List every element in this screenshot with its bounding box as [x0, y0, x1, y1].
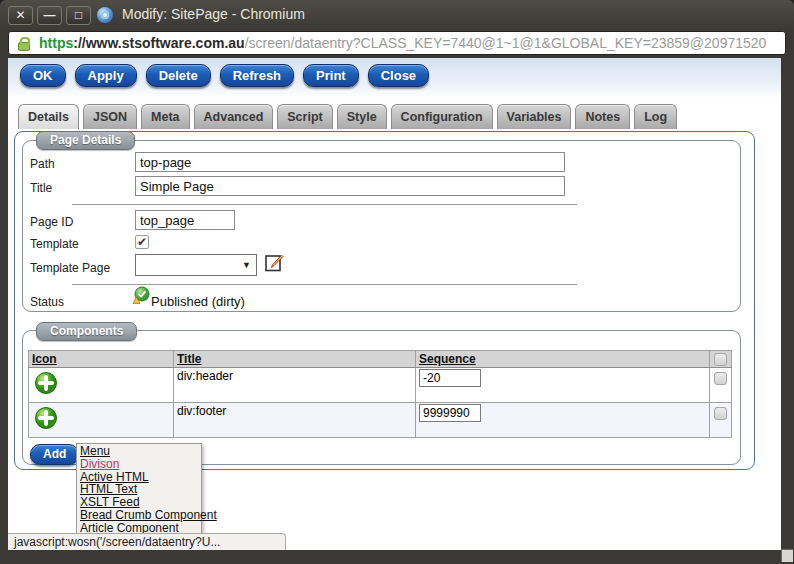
- resize-grip[interactable]: [781, 549, 793, 562]
- chromium-icon: [97, 7, 113, 23]
- window-minimize-button[interactable]: —: [37, 6, 62, 25]
- tab-advanced[interactable]: Advanced: [194, 104, 274, 129]
- window-close-button[interactable]: ✕: [8, 6, 33, 25]
- template-label: Template: [30, 237, 79, 251]
- titlebar: ✕ — □ Modify: SitePage - Chromium: [0, 0, 794, 30]
- print-button[interactable]: Print: [303, 64, 359, 87]
- menu-item-divison[interactable]: Divison: [77, 458, 201, 471]
- url-path: /screen/dataentry?CLASS_KEY=7440@1~1@1&G…: [245, 35, 767, 51]
- tab-json[interactable]: JSON: [83, 104, 137, 129]
- apply-button[interactable]: Apply: [75, 64, 137, 87]
- action-toolbar: OK Apply Delete Refresh Print Close: [20, 64, 429, 87]
- url-text: https://www.stsoftware.com.au/screen/dat…: [39, 35, 766, 51]
- page-details-legend: Page Details: [36, 131, 135, 150]
- separator: [72, 204, 577, 205]
- address-bar-row: https://www.stsoftware.com.au/screen/dat…: [0, 30, 794, 58]
- menu-item-menu[interactable]: Menu: [77, 445, 201, 458]
- title-input[interactable]: [135, 176, 565, 196]
- tab-script[interactable]: Script: [277, 104, 332, 129]
- page-id-label: Page ID: [30, 215, 73, 229]
- add-component-icon[interactable]: [34, 406, 170, 430]
- title-column-header[interactable]: Title: [177, 352, 201, 366]
- tab-bar: Details JSON Meta Advanced Script Style …: [18, 104, 677, 129]
- path-label: Path: [30, 157, 55, 171]
- published-status-icon: [132, 286, 151, 305]
- page-content: OK Apply Delete Refresh Print Close Deta…: [8, 58, 781, 550]
- icon-column-header[interactable]: Icon: [32, 352, 57, 366]
- template-checkbox[interactable]: ✔: [135, 235, 149, 249]
- template-page-select[interactable]: ▼: [135, 254, 257, 276]
- window-maximize-button[interactable]: □: [66, 6, 91, 25]
- tab-meta[interactable]: Meta: [141, 104, 189, 129]
- select-all-checkbox[interactable]: [714, 353, 727, 366]
- tab-notes[interactable]: Notes: [575, 104, 630, 129]
- components-table: Icon Title Sequence div:header: [28, 350, 732, 438]
- add-button[interactable]: Add: [30, 444, 79, 465]
- sequence-input[interactable]: [419, 369, 481, 387]
- url-scheme: https: [39, 35, 73, 51]
- tab-configuration[interactable]: Configuration: [391, 104, 493, 129]
- status-label: Status: [30, 295, 64, 309]
- tab-variables[interactable]: Variables: [497, 104, 572, 129]
- sequence-column-header[interactable]: Sequence: [419, 352, 476, 366]
- add-component-icon[interactable]: [34, 371, 170, 395]
- window-title: Modify: SitePage - Chromium: [122, 6, 305, 22]
- ok-button[interactable]: OK: [20, 64, 66, 87]
- path-input[interactable]: [135, 152, 565, 172]
- tab-log[interactable]: Log: [634, 104, 677, 129]
- tab-style[interactable]: Style: [337, 104, 387, 129]
- url-host: ://www.stsoftware.com.au: [73, 35, 244, 51]
- row-checkbox[interactable]: [714, 372, 727, 385]
- delete-button[interactable]: Delete: [146, 64, 211, 87]
- component-title: div:header: [174, 368, 416, 403]
- tab-details[interactable]: Details: [18, 104, 79, 129]
- table-row: div:footer: [29, 403, 732, 438]
- ssl-lock-icon: [18, 42, 30, 51]
- address-bar[interactable]: https://www.stsoftware.com.au/screen/dat…: [8, 31, 786, 55]
- template-page-label: Template Page: [30, 261, 110, 275]
- add-dropdown-menu: Menu Divison Active HTML HTML Text XSLT …: [76, 443, 202, 538]
- row-checkbox[interactable]: [714, 407, 727, 420]
- edit-icon[interactable]: [264, 253, 284, 273]
- component-title: div:footer: [174, 403, 416, 438]
- refresh-button[interactable]: Refresh: [220, 64, 294, 87]
- status-value: Published (dirty): [151, 294, 245, 309]
- separator: [72, 284, 577, 285]
- sequence-input[interactable]: [419, 404, 481, 422]
- table-header-row: Icon Title Sequence: [29, 351, 732, 368]
- page-id-input[interactable]: [135, 210, 235, 230]
- chevron-down-icon: ▼: [242, 260, 251, 270]
- menu-item-bread-crumb-component[interactable]: Bread Crumb Component: [77, 509, 201, 522]
- components-legend: Components: [36, 322, 137, 341]
- title-label: Title: [30, 181, 52, 195]
- table-row: div:header: [29, 368, 732, 403]
- status-bar-link-preview: javascript:wosn('/screen/dataentry?U...: [8, 533, 286, 550]
- browser-window: ✕ — □ Modify: SitePage - Chromium https:…: [0, 0, 794, 564]
- close-button[interactable]: Close: [368, 64, 429, 87]
